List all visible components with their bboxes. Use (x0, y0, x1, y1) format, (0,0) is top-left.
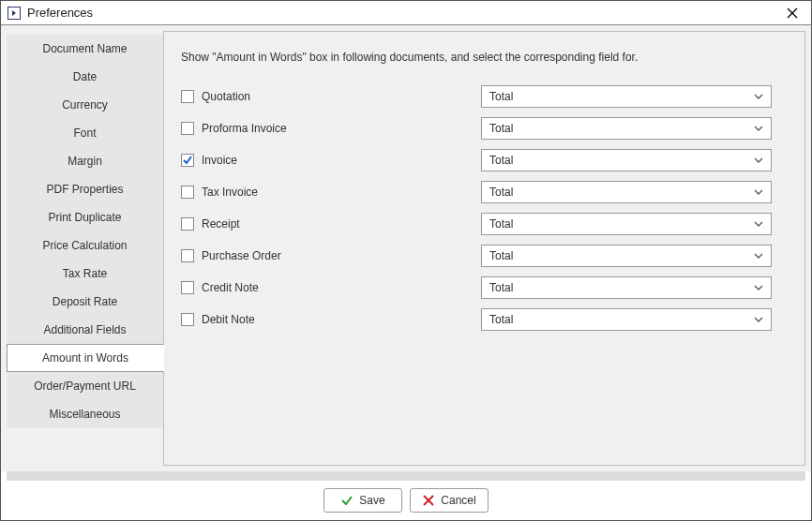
select-value: Total (489, 313, 754, 326)
tab-order-payment-url[interactable]: Order/Payment URL (7, 372, 163, 400)
tab-label: Margin (68, 155, 102, 168)
app-icon (7, 6, 22, 21)
window-close-button[interactable] (777, 1, 807, 24)
preferences-window: Preferences Document NameDateCurrencyFon… (0, 0, 812, 521)
footer: Save Cancel (1, 481, 811, 520)
tab-label: Date (73, 70, 97, 83)
content-panel: Show "Amount in Words" box in following … (163, 31, 805, 466)
tab-pdf-properties[interactable]: PDF Properties (7, 175, 163, 203)
tab-label: Price Calculation (42, 239, 127, 252)
tab-additional-fields[interactable]: Additional Fields (7, 316, 163, 344)
chevron-down-icon (754, 315, 763, 324)
row-label: Tax Invoice (202, 186, 258, 199)
chevron-down-icon (754, 124, 763, 133)
tab-label: Deposit Rate (53, 295, 117, 308)
checkbox-proforma-invoice[interactable] (181, 122, 194, 135)
tab-label: PDF Properties (46, 183, 123, 196)
tab-label: Print Duplicate (48, 211, 121, 224)
row-label: Quotation (202, 90, 250, 103)
document-row: Proforma InvoiceTotal (181, 112, 788, 144)
tab-label: Document Name (42, 42, 127, 55)
select-value: Total (489, 122, 754, 135)
tab-label: Tax Rate (63, 267, 107, 280)
document-row: Purchase OrderTotal (181, 240, 788, 272)
select-value: Total (489, 154, 754, 167)
select-value: Total (489, 217, 754, 231)
checkbox-wrap: Tax Invoice (181, 186, 481, 199)
tab-amount-in-words[interactable]: Amount in Words (7, 344, 164, 372)
select-value: Total (489, 186, 754, 199)
checkbox-wrap: Debit Note (181, 313, 481, 326)
checkbox-quotation[interactable] (181, 90, 194, 103)
checkbox-wrap: Quotation (181, 90, 481, 103)
checkbox-wrap: Proforma Invoice (181, 122, 481, 135)
field-select-credit-note[interactable]: Total (481, 276, 772, 299)
document-row: ReceiptTotal (181, 208, 788, 240)
select-value: Total (489, 249, 754, 262)
row-label: Receipt (202, 217, 240, 231)
document-row: Tax InvoiceTotal (181, 176, 788, 208)
select-value: Total (489, 281, 754, 294)
document-row: QuotationTotal (181, 81, 788, 112)
row-label: Proforma Invoice (202, 122, 287, 135)
chevron-down-icon (754, 156, 763, 165)
checkbox-wrap: Credit Note (181, 281, 481, 294)
checkbox-credit-note[interactable] (181, 281, 194, 294)
close-icon (787, 7, 798, 19)
row-label: Purchase Order (202, 249, 281, 262)
checkbox-purchase-order[interactable] (181, 249, 194, 262)
row-label: Debit Note (202, 313, 255, 326)
field-select-debit-note[interactable]: Total (481, 308, 772, 331)
checkbox-wrap: Purchase Order (181, 249, 481, 262)
tab-font[interactable]: Font (7, 119, 163, 147)
row-label: Invoice (202, 154, 237, 167)
horizontal-scrollbar[interactable] (7, 471, 805, 481)
cross-icon (422, 494, 435, 507)
field-select-proforma-invoice[interactable]: Total (481, 117, 772, 140)
tab-label: Currency (62, 98, 108, 112)
document-row: Debit NoteTotal (181, 304, 788, 335)
tab-margin[interactable]: Margin (7, 147, 163, 175)
chevron-down-icon (754, 219, 763, 229)
description-text: Show "Amount in Words" box in following … (181, 51, 788, 64)
tab-label: Amount in Words (42, 351, 128, 365)
document-row: InvoiceTotal (181, 144, 788, 176)
tab-price-calculation[interactable]: Price Calculation (7, 231, 163, 260)
titlebar: Preferences (1, 1, 811, 25)
tab-currency[interactable]: Currency (7, 91, 163, 119)
cancel-button[interactable]: Cancel (410, 488, 489, 513)
tab-print-duplicate[interactable]: Print Duplicate (7, 203, 163, 231)
chevron-down-icon (754, 283, 763, 292)
tab-miscellaneous[interactable]: Miscellaneous (7, 400, 163, 428)
tab-label: Miscellaneous (49, 408, 120, 421)
field-select-receipt[interactable]: Total (481, 213, 772, 235)
tab-document-name[interactable]: Document Name (7, 35, 163, 63)
field-select-invoice[interactable]: Total (481, 149, 772, 171)
field-select-tax-invoice[interactable]: Total (481, 181, 772, 203)
chevron-down-icon (754, 187, 763, 197)
checkbox-wrap: Invoice (181, 154, 481, 167)
document-row: Credit NoteTotal (181, 272, 788, 304)
check-icon (340, 494, 353, 507)
cancel-button-label: Cancel (441, 494, 475, 507)
tab-tax-rate[interactable]: Tax Rate (7, 260, 163, 288)
rows-container: QuotationTotalProforma InvoiceTotalInvoi… (181, 81, 788, 335)
tabs-column: Document NameDateCurrencyFontMarginPDF P… (7, 31, 163, 466)
tab-label: Additional Fields (43, 323, 126, 336)
checkbox-debit-note[interactable] (181, 313, 194, 326)
row-label: Credit Note (202, 281, 259, 294)
body: Document NameDateCurrencyFontMarginPDF P… (1, 25, 811, 471)
tab-label: Order/Payment URL (34, 380, 136, 393)
select-value: Total (489, 90, 754, 103)
checkbox-wrap: Receipt (181, 217, 481, 231)
checkbox-receipt[interactable] (181, 217, 194, 231)
checkbox-invoice[interactable] (181, 154, 194, 167)
checkmark-icon (182, 155, 193, 166)
field-select-purchase-order[interactable]: Total (481, 245, 772, 267)
chevron-down-icon (754, 251, 763, 260)
checkbox-tax-invoice[interactable] (181, 186, 194, 199)
field-select-quotation[interactable]: Total (481, 85, 772, 108)
tab-deposit-rate[interactable]: Deposit Rate (7, 288, 163, 316)
tab-date[interactable]: Date (7, 63, 163, 91)
save-button[interactable]: Save (323, 488, 402, 513)
